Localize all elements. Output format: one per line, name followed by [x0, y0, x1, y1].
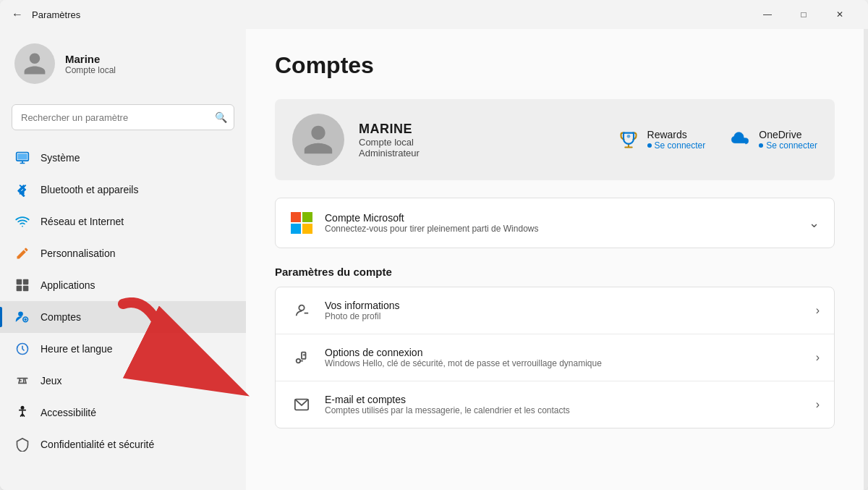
accessibility-icon	[14, 405, 30, 421]
rewards-dot	[647, 143, 652, 148]
nav-label-apps: Applications	[41, 279, 95, 291]
bluetooth-icon	[14, 182, 30, 198]
settings-item-email-comptes[interactable]: E-mail et comptes Comptes utilisés par l…	[276, 381, 834, 428]
onedrive-info: OneDrive Se connecter	[759, 129, 817, 151]
page-title: Comptes	[275, 52, 835, 79]
user-details: MARINE Compte local Administrateur	[359, 122, 603, 159]
user-services: Rewards Se connecter	[617, 128, 817, 151]
vos-informations-title: Vos informations	[325, 300, 804, 311]
profile-info: Marine Compte local	[65, 53, 116, 75]
nav-time[interactable]: Heure et langue	[0, 333, 246, 365]
ms-logo	[290, 211, 313, 235]
titlebar: ← Paramètres — □ ✕	[0, 0, 868, 29]
options-connexion-desc: Windows Hello, clé de sécurité, mot de p…	[325, 358, 804, 368]
nav-privacy[interactable]: Confidentialité et sécurité	[0, 428, 246, 460]
search-box: 🔍	[12, 104, 234, 130]
svg-rect-15	[291, 212, 301, 222]
accounts-icon	[14, 309, 30, 325]
search-icon: 🔍	[215, 111, 227, 123]
settings-list: Vos informations Photo de profil ›	[275, 287, 835, 428]
svg-point-14	[626, 135, 630, 138]
email-comptes-desc: Comptes utilisés par la messagerie, le c…	[325, 405, 804, 415]
maximize-button[interactable]: □	[787, 3, 820, 26]
nav-label-network: Réseau et Internet	[41, 216, 124, 227]
options-connexion-title: Options de connexion	[325, 347, 804, 358]
nav-label-system: Système	[41, 152, 80, 164]
svg-point-8	[18, 312, 23, 317]
ms-account-card[interactable]: Compte Microsoft Connectez-vous pour tir…	[275, 198, 835, 248]
time-icon	[14, 341, 30, 357]
nav-label-time: Heure et langue	[41, 343, 113, 355]
vos-informations-desc: Photo de profil	[325, 311, 804, 321]
nav-label-personalization: Personnalisation	[41, 248, 116, 259]
nav-gaming[interactable]: Jeux	[0, 365, 246, 397]
email-comptes-title: E-mail et comptes	[325, 394, 804, 405]
onedrive-name: OneDrive	[759, 129, 817, 140]
options-connexion-chevron: ›	[816, 351, 820, 364]
settings-item-options-connexion[interactable]: Options de connexion Windows Hello, clé …	[276, 334, 834, 381]
titlebar-title: Paramètres	[32, 9, 80, 20]
nav-network[interactable]: Réseau et Internet	[0, 206, 246, 237]
titlebar-controls: — □ ✕	[751, 3, 856, 26]
user-name-large: MARINE	[359, 122, 603, 137]
nav-accounts[interactable]: Comptes	[0, 301, 246, 333]
user-card: MARINE Compte local Administrateur	[275, 99, 835, 180]
sidebar: Marine Compte local 🔍 Système B	[0, 29, 246, 490]
nav-label-bluetooth: Bluetooth et appareils	[41, 184, 138, 195]
network-icon	[14, 214, 30, 229]
nav-system[interactable]: Système	[0, 142, 246, 174]
svg-point-13	[21, 407, 23, 409]
svg-rect-4	[17, 279, 22, 285]
svg-rect-1	[17, 153, 27, 159]
svg-rect-7	[23, 286, 29, 292]
svg-rect-18	[302, 224, 312, 234]
vos-informations-chevron: ›	[816, 304, 820, 317]
main-content: Marine Compte local 🔍 Système B	[0, 29, 868, 490]
rewards-service[interactable]: Rewards Se connecter	[617, 128, 706, 151]
nav-accessibility[interactable]: Accessibilité	[0, 397, 246, 428]
ms-account-desc: Connectez-vous pour tirer pleinement par…	[325, 224, 797, 234]
onedrive-service[interactable]: OneDrive Se connecter	[728, 128, 817, 151]
close-button[interactable]: ✕	[823, 3, 856, 26]
options-connexion-content: Options de connexion Windows Hello, clé …	[325, 347, 804, 368]
settings-item-vos-informations[interactable]: Vos informations Photo de profil ›	[276, 287, 834, 334]
rewards-link: Se connecter	[647, 140, 706, 151]
onedrive-dot	[759, 143, 763, 148]
svg-rect-16	[302, 212, 312, 222]
settings-window: ← Paramètres — □ ✕ Marine Compte local	[0, 0, 868, 490]
apps-icon	[14, 277, 30, 293]
scrollbar-track[interactable]	[864, 29, 868, 490]
privacy-icon	[14, 436, 30, 452]
search-input[interactable]	[12, 104, 234, 130]
back-icon[interactable]: ←	[12, 8, 23, 21]
user-role-line1: Compte local	[359, 137, 603, 148]
vos-informations-icon	[290, 299, 313, 322]
sidebar-profile[interactable]: Marine Compte local	[0, 29, 246, 98]
personalization-icon	[14, 245, 30, 261]
nav-personalization[interactable]: Personnalisation	[0, 237, 246, 269]
onedrive-icon	[728, 128, 752, 151]
svg-point-19	[299, 305, 304, 311]
nav-apps[interactable]: Applications	[0, 269, 246, 301]
titlebar-left: ← Paramètres	[12, 8, 80, 21]
onedrive-link: Se connecter	[759, 140, 817, 151]
minimize-button[interactable]: —	[751, 3, 784, 26]
user-avatar-large	[292, 114, 344, 166]
rewards-name: Rewards	[647, 129, 706, 140]
ms-info: Compte Microsoft Connectez-vous pour tir…	[325, 212, 797, 234]
user-role-line2: Administrateur	[359, 148, 603, 159]
nav-label-privacy: Confidentialité et sécurité	[41, 439, 154, 450]
email-comptes-content: E-mail et comptes Comptes utilisés par l…	[325, 394, 804, 415]
right-panel: Comptes MARINE Compte local Administrate…	[246, 29, 864, 490]
rewards-icon	[617, 128, 640, 151]
rewards-info: Rewards Se connecter	[647, 129, 706, 151]
svg-rect-17	[291, 224, 301, 234]
ms-account-title: Compte Microsoft	[325, 212, 797, 224]
nav-label-accessibility: Accessibilité	[41, 407, 96, 418]
section-title: Paramètres du compte	[275, 266, 835, 278]
nav-bluetooth[interactable]: Bluetooth et appareils	[0, 174, 246, 206]
profile-name: Marine	[65, 53, 116, 65]
svg-rect-6	[17, 286, 22, 292]
svg-point-21	[297, 359, 301, 363]
vos-informations-content: Vos informations Photo de profil	[325, 300, 804, 321]
